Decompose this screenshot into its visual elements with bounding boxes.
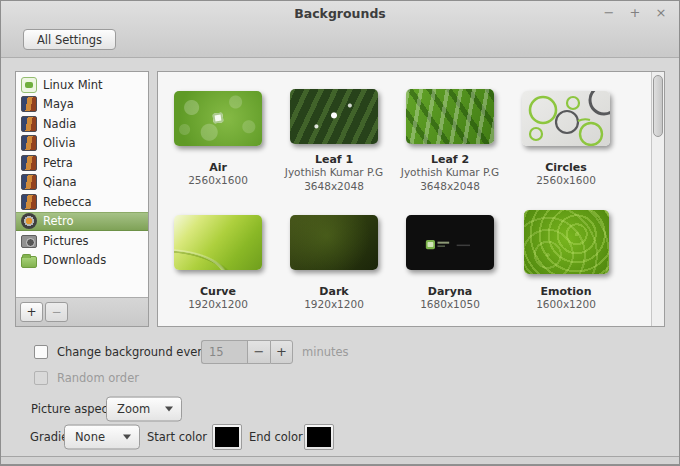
random-order-checkbox[interactable] (34, 371, 48, 385)
window-header: Backgrounds − + × All Settings (1, 1, 679, 58)
window-title: Backgrounds (1, 6, 679, 21)
add-folder-button[interactable]: + (20, 302, 43, 322)
sidebar-item-label: Petra (43, 156, 73, 170)
sidebar-item-qiana[interactable]: Qiana (16, 173, 148, 193)
picture-aspect-dropdown[interactable]: Zoom (106, 396, 182, 421)
vertical-scrollbar[interactable] (651, 72, 664, 326)
sidebar-item-petra[interactable]: Petra (16, 153, 148, 173)
interval-input[interactable]: 15 (201, 340, 247, 364)
random-order-row: Random order (1, 367, 679, 389)
linux-mint-icon (21, 77, 37, 93)
wallpaper-item-curve[interactable]: Curve 1920x1200 (160, 205, 276, 317)
photo-icon (21, 155, 37, 171)
sidebar-item-nadia[interactable]: Nadia (16, 114, 148, 134)
wallpaper-caption: Daryna 1680x1050 (420, 279, 480, 317)
wallpaper-thumbnail-leaf1[interactable] (290, 89, 378, 144)
wallpaper-thumbnail-curve[interactable] (174, 215, 262, 270)
photo-icon (21, 96, 37, 112)
wallpaper-caption: Curve 1920x1200 (188, 279, 248, 317)
sidebar-item-retro[interactable]: Retro (16, 212, 148, 232)
gradient-dropdown[interactable]: None (64, 424, 140, 449)
folder-icon (21, 256, 37, 268)
sidebar-item-label: Downloads (43, 253, 106, 267)
retro-disc-icon (21, 213, 37, 229)
wallpaper-thumbnail-emotion[interactable] (524, 210, 609, 274)
wallpaper-item-daryna[interactable]: Daryna 1680x1050 (392, 205, 508, 317)
sidebar-item-label: Nadia (43, 117, 76, 131)
all-settings-button[interactable]: All Settings (23, 29, 116, 50)
thumb-zone (524, 205, 609, 279)
change-background-checkbox[interactable] (34, 345, 48, 359)
wallpaper-size: 2560x1600 (536, 174, 596, 188)
thumb-zone (522, 81, 610, 155)
wallpaper-caption: Leaf 1 Jyothish Kumar P.G 3648x2048 (285, 153, 383, 194)
end-color-label: End color (249, 430, 303, 444)
wallpaper-item-air[interactable]: Air 2560x1600 (160, 81, 276, 193)
wallpaper-panel: Air 2560x1600 Leaf 1 Jyothish Kumar P.G … (157, 71, 665, 327)
gradient-value: None (75, 430, 105, 444)
close-icon[interactable]: × (653, 5, 669, 21)
picture-aspect-label: Picture aspect (31, 402, 112, 416)
wallpaper-name: Curve (200, 285, 236, 299)
wallpaper-caption: Emotion 1600x1200 (536, 279, 596, 317)
wallpaper-size: 1920x1200 (188, 298, 248, 312)
scrollbar-thumb[interactable] (653, 75, 663, 137)
interval-decrement-button[interactable]: − (247, 340, 270, 364)
wallpaper-name: Leaf 1 (315, 153, 353, 167)
wallpaper-thumbnail-air[interactable] (174, 91, 262, 146)
sidebar-item-pictures[interactable]: Pictures (16, 231, 148, 251)
start-color-label: Start color (147, 430, 207, 444)
wallpaper-name: Dark (319, 285, 348, 299)
thumb-zone (174, 205, 262, 279)
wallpaper-item-dark[interactable]: Dark 1920x1200 (276, 205, 392, 317)
thumb-zone (174, 81, 262, 155)
gradient-row: Gradient None Start color End color (1, 423, 679, 450)
minutes-label: minutes (302, 345, 349, 359)
sidebar-item-label: Maya (43, 97, 74, 111)
chevron-down-icon (123, 434, 131, 439)
wallpaper-name: Leaf 2 (431, 153, 469, 167)
sidebar-item-label: Retro (43, 214, 74, 228)
sidebar-item-label: Pictures (43, 234, 89, 248)
wallpaper-thumbnail-leaf2[interactable] (406, 89, 494, 144)
sidebar-item-label: Olivia (43, 136, 76, 150)
wallpaper-size: 1600x1200 (536, 298, 596, 312)
wallpaper-author: Jyothish Kumar P.G (285, 166, 383, 180)
titlebar[interactable]: Backgrounds − + × (1, 1, 679, 26)
end-color-button[interactable] (304, 424, 334, 450)
wallpaper-size: 1920x1200 (304, 298, 364, 312)
photo-icon (21, 174, 37, 190)
wallpaper-item-leaf1[interactable]: Leaf 1 Jyothish Kumar P.G 3648x2048 (276, 81, 392, 193)
wallpaper-author: Jyothish Kumar P.G (401, 166, 499, 180)
picture-aspect-row: Picture aspect Zoom (1, 395, 679, 422)
sidebar-item-olivia[interactable]: Olivia (16, 134, 148, 154)
window-controls: − + × (601, 5, 669, 21)
picture-aspect-value: Zoom (117, 402, 150, 416)
sidebar-item-maya[interactable]: Maya (16, 95, 148, 115)
circles-artwork (522, 91, 610, 146)
photo-icon (21, 116, 37, 132)
remove-folder-button[interactable]: − (45, 302, 68, 322)
photo-icon (21, 194, 37, 210)
wallpaper-size: 1680x1050 (420, 298, 480, 312)
wallpaper-item-circles[interactable]: Circles 2560x1600 (508, 81, 624, 193)
sidebar-item-linux-mint[interactable]: Linux Mint (16, 75, 148, 95)
collections-sidebar: Linux Mint Maya Nadia Olivia Petra Qiana (15, 71, 149, 327)
wallpaper-thumbnail-daryna[interactable] (406, 215, 494, 270)
sidebar-item-rebecca[interactable]: Rebecca (16, 192, 148, 212)
maximize-icon[interactable]: + (627, 5, 643, 21)
start-color-button[interactable] (212, 424, 242, 450)
wallpaper-caption: Air 2560x1600 (188, 155, 248, 193)
minimize-icon[interactable]: − (601, 5, 617, 21)
wallpaper-name: Circles (545, 161, 587, 175)
wallpaper-item-emotion[interactable]: Emotion 1600x1200 (508, 205, 624, 317)
interval-increment-button[interactable]: + (270, 340, 293, 364)
sidebar-item-label: Qiana (43, 175, 77, 189)
wallpaper-name: Emotion (541, 285, 592, 299)
wallpaper-name: Air (209, 161, 227, 175)
wallpaper-thumbnail-dark[interactable] (290, 215, 378, 270)
wallpaper-size: 2560x1600 (188, 174, 248, 188)
wallpaper-thumbnail-circles[interactable] (522, 91, 610, 146)
wallpaper-item-leaf2[interactable]: Leaf 2 Jyothish Kumar P.G 3648x2048 (392, 81, 508, 193)
sidebar-item-downloads[interactable]: Downloads (16, 251, 148, 271)
